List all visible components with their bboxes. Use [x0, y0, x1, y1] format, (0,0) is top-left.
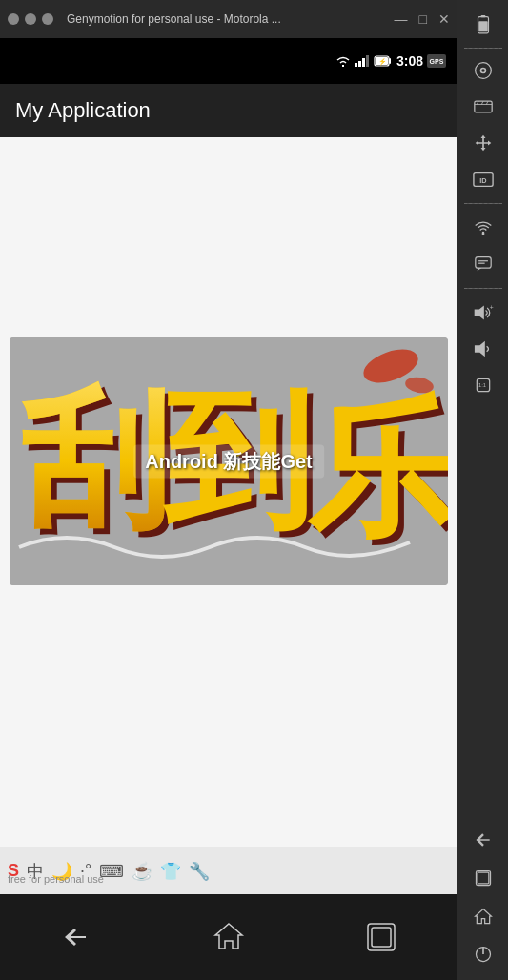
power-icon[interactable] — [463, 936, 503, 972]
svg-marker-16 — [474, 305, 483, 319]
sidebar-back-icon[interactable] — [463, 822, 503, 858]
svg-rect-1 — [480, 15, 485, 17]
svg-rect-22 — [478, 872, 489, 884]
camera-icon[interactable] — [463, 52, 503, 89]
app-bar: My Application — [0, 84, 457, 137]
svg-rect-28 — [366, 55, 369, 67]
svg-text:+: + — [489, 304, 493, 311]
watermark: free for personal use — [8, 873, 104, 885]
svg-rect-46 — [372, 928, 391, 947]
sidebar-divider-top — [464, 48, 502, 49]
svg-point-5 — [481, 69, 484, 71]
wifi-icon[interactable] — [463, 210, 503, 246]
close-button[interactable]: ✕ — [438, 11, 450, 27]
sidebar-bottom — [457, 822, 508, 980]
ime-icon-shirt[interactable]: 👕 — [160, 861, 181, 882]
status-icons: ⚡ 3:08 GPS — [335, 53, 446, 69]
window-maximize-dot — [25, 13, 36, 25]
nav-back-button[interactable] — [59, 926, 93, 949]
svg-rect-25 — [355, 63, 357, 67]
volume-down-icon[interactable] — [463, 331, 503, 367]
phone-area: ⚡ 3:08 GPS My Application 刮 刮 — [0, 38, 457, 980]
title-bar-controls: — □ ✕ — [395, 11, 450, 27]
window-title: Genymotion for personal use - Motorola .… — [67, 12, 281, 26]
maximize-button[interactable]: □ — [419, 11, 427, 27]
sidebar-divider-2 — [464, 203, 502, 204]
move-icon[interactable] — [463, 125, 503, 161]
nav-recents-button[interactable] — [364, 920, 398, 954]
ime-icon-wrench[interactable]: 🔧 — [189, 861, 210, 882]
sidebar-recents-icon[interactable] — [463, 860, 503, 896]
image-container: 刮 刮 刮 到 到 乐 乐 — [10, 337, 448, 585]
title-bar: Genymotion for personal use - Motorola .… — [0, 0, 457, 38]
nav-bar — [0, 894, 457, 980]
chat-icon[interactable] — [463, 246, 503, 282]
title-bar-left: Genymotion for personal use - Motorola .… — [8, 12, 281, 26]
main-content: 刮 刮 刮 到 到 乐 乐 — [0, 137, 457, 980]
svg-rect-6 — [474, 101, 491, 112]
battery-icon[interactable] — [463, 8, 503, 44]
svg-rect-2 — [478, 21, 487, 31]
window-minimize-dot — [8, 13, 19, 25]
minimize-button[interactable]: — — [395, 11, 408, 27]
status-time: 3:08 — [396, 53, 423, 69]
volume-up-icon[interactable]: + — [463, 295, 503, 331]
svg-marker-18 — [474, 341, 484, 357]
rotate-icon[interactable]: 1:1 — [463, 367, 503, 403]
nav-home-button[interactable] — [212, 920, 246, 954]
svg-text:乐: 乐 — [306, 389, 448, 553]
svg-text:⚡: ⚡ — [378, 57, 387, 66]
ime-icon-cup[interactable]: ☕ — [132, 861, 152, 882]
sidebar-home-icon[interactable] — [463, 898, 503, 934]
svg-rect-27 — [362, 58, 365, 67]
svg-text:GPS: GPS — [430, 58, 444, 65]
window-close-dot — [42, 13, 53, 25]
id-icon[interactable]: ID — [463, 161, 503, 197]
svg-text:1:1: 1:1 — [478, 382, 486, 388]
svg-rect-26 — [358, 61, 361, 67]
overlay-text: Android 新技能Get — [133, 445, 324, 479]
sidebar-divider-3 — [464, 288, 502, 289]
svg-text:ID: ID — [479, 176, 486, 185]
sidebar: ID + — [457, 0, 508, 980]
app-title: My Application — [15, 98, 151, 123]
status-bar: ⚡ 3:08 GPS — [0, 38, 457, 84]
ime-bar: S 中 🌙 ·° ⌨ ☕ 👕 🔧 — [0, 847, 457, 894]
video-icon[interactable] — [463, 89, 503, 125]
svg-rect-13 — [475, 257, 490, 268]
svg-rect-30 — [389, 58, 391, 64]
